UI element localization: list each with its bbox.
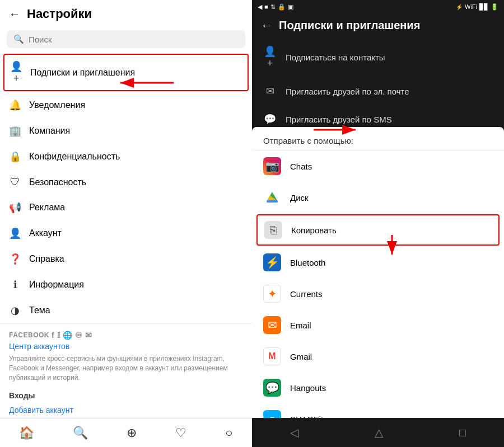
share-item-3[interactable]: ⚡ Bluetooth xyxy=(252,247,504,278)
share-item-2[interactable]: ⎘ Копировать xyxy=(256,214,500,246)
nav-search-icon[interactable]: 🔍 xyxy=(73,426,88,440)
left-top-bar: ← Настройки xyxy=(0,0,252,28)
menu-label-9: Тема xyxy=(29,305,50,316)
facebook-label: FACEBOOK f 𝕀 🌐 ♾ ✉ xyxy=(9,331,243,340)
right-panel: ◀ ■ ⇅ 🔒 ▣ ⚡ WiFi ▊▊ 🔋 ← Подписки и пригл… xyxy=(252,0,504,447)
left-menu-item-4[interactable]: 🛡 Безопасность xyxy=(0,170,252,195)
svg-rect-5 xyxy=(267,200,278,203)
left-menu-item-0[interactable]: 👤+ Подписки и приглашения xyxy=(3,54,249,91)
right-menu-item-0[interactable]: 👤+ Подписаться на контакты xyxy=(252,37,504,77)
menu-icon-3: 🔒 xyxy=(9,150,21,163)
right-icon-1: ✉ xyxy=(263,85,277,97)
facebook-icons: f 𝕀 🌐 ♾ ✉ xyxy=(52,331,92,340)
share-app-label-2: Копировать xyxy=(291,225,337,235)
menu-label-6: Аккаунт xyxy=(29,228,62,238)
nav-add-icon[interactable]: ⊕ xyxy=(127,426,137,440)
left-menu-item-5[interactable]: 📢 Реклама xyxy=(0,195,252,220)
search-input[interactable] xyxy=(29,35,239,44)
menu-label-1: Уведомления xyxy=(29,100,85,110)
menu-label-2: Компания xyxy=(29,126,70,136)
left-panel: ← Настройки 🔍 👤+ Подписки и приглашения … xyxy=(0,0,252,447)
share-app-icon-1 xyxy=(263,189,281,206)
logins-section-label: Входы xyxy=(0,384,252,402)
share-popup: Отправить с помощью: 📷 Chats Диск ⎘ Копи… xyxy=(252,127,504,418)
share-popup-title: Отправить с помощью: xyxy=(252,127,504,150)
menu-icon-7: ❓ xyxy=(9,253,21,265)
nav-home-icon[interactable]: 🏠 xyxy=(19,426,34,440)
status-left: ◀ ■ ⇅ 🔒 ▣ xyxy=(258,3,293,11)
wifi-icon: WiFi xyxy=(465,3,477,10)
share-app-icon-0: 📷 xyxy=(263,157,281,175)
back-button[interactable]: ← xyxy=(9,8,20,21)
left-menu-item-2[interactable]: 🏢 Компания xyxy=(0,118,252,144)
menu-icon-4: 🛡 xyxy=(9,176,21,188)
nav-profile-icon[interactable]: ○ xyxy=(225,426,232,440)
right-icon-2: 💬 xyxy=(263,113,277,125)
left-menu-item-7[interactable]: ❓ Справка xyxy=(0,246,252,272)
nav-back-icon[interactable]: ◁ xyxy=(290,426,298,439)
left-menu-item-8[interactable]: ℹ Информация xyxy=(0,272,252,298)
share-app-label-0: Chats xyxy=(290,162,312,171)
share-item-1[interactable]: Диск xyxy=(252,182,504,213)
share-item-8[interactable]: S SHAREit xyxy=(252,403,504,418)
left-page-title: Настройки xyxy=(27,7,92,21)
menu-label-4: Безопасность xyxy=(29,177,86,187)
battery-icon: 🔋 xyxy=(491,3,498,11)
right-page-title: Подписки и приглашения xyxy=(279,19,420,32)
facebook-section: FACEBOOK f 𝕀 🌐 ♾ ✉ Центр аккаунтов Управ… xyxy=(0,323,252,384)
share-app-label-1: Диск xyxy=(290,193,309,203)
share-app-label-5: Email xyxy=(290,321,311,330)
share-item-4[interactable]: ✦ Currents xyxy=(252,278,504,309)
right-bottom-nav: ◁ △ □ xyxy=(252,418,504,447)
share-item-6[interactable]: M Gmail xyxy=(252,341,504,372)
right-label-0: Подписаться на контакты xyxy=(286,53,385,62)
nav-heart-icon[interactable]: ♡ xyxy=(175,426,186,440)
menu-label-0: Подписки и приглашения xyxy=(30,68,135,78)
nav-home-icon[interactable]: △ xyxy=(375,426,383,439)
facebook-accounts-link[interactable]: Центр аккаунтов xyxy=(9,342,243,351)
data-icon: ⇅ xyxy=(270,3,276,11)
menu-icon-2: 🏢 xyxy=(9,125,21,137)
share-app-label-6: Gmail xyxy=(290,352,312,361)
nav-recent-icon[interactable]: □ xyxy=(459,426,466,439)
menu-icon-9: ◑ xyxy=(9,304,21,317)
menu-label-8: Информация xyxy=(29,280,84,290)
share-app-icon-3: ⚡ xyxy=(263,253,281,271)
share-app-icon-5: ✉ xyxy=(263,316,281,334)
search-bar[interactable]: 🔍 xyxy=(7,30,245,48)
menu-icon-6: 👤 xyxy=(9,227,21,239)
add-account-link[interactable]: Добавить аккаунт xyxy=(0,402,252,418)
share-app-icon-2: ⎘ xyxy=(264,221,282,239)
share-item-0[interactable]: 📷 Chats xyxy=(252,150,504,182)
left-bottom-nav: 🏠 🔍 ⊕ ♡ ○ xyxy=(0,418,252,447)
share-app-label-4: Currents xyxy=(290,289,323,299)
menu-icon-8: ℹ xyxy=(9,279,21,291)
left-menu-item-3[interactable]: 🔒 Конфиденциальность xyxy=(0,144,252,170)
share-app-icon-4: ✦ xyxy=(263,285,281,303)
left-menu-item-1[interactable]: 🔔 Уведомления xyxy=(0,92,252,118)
share-app-icon-6: M xyxy=(263,347,281,365)
share-item-5[interactable]: ✉ Email xyxy=(252,309,504,341)
share-app-icon-7: 💬 xyxy=(263,379,281,397)
right-back-button[interactable]: ← xyxy=(261,19,272,32)
menu-label-3: Конфиденциальность xyxy=(29,152,120,162)
right-menu-item-1[interactable]: ✉ Пригласить друзей по эл. почте xyxy=(252,77,504,105)
share-app-label-8: SHAREit xyxy=(290,415,323,418)
sim-icon: ■ xyxy=(264,3,268,10)
left-menu-item-6[interactable]: 👤 Аккаунт xyxy=(0,220,252,246)
status-bar: ◀ ■ ⇅ 🔒 ▣ ⚡ WiFi ▊▊ 🔋 xyxy=(252,0,504,13)
share-app-label-3: Bluetooth xyxy=(290,258,325,267)
menu-label-7: Справка xyxy=(29,254,64,264)
right-top-bar: ← Подписки и приглашения xyxy=(252,13,504,37)
signal-icon: ◀ xyxy=(258,3,262,11)
left-menu: 👤+ Подписки и приглашения 🔔 Уведомления … xyxy=(0,53,252,418)
share-item-7[interactable]: 💬 Hangouts xyxy=(252,372,504,403)
left-menu-item-9[interactable]: ◑ Тема xyxy=(0,298,252,323)
menu-icon-1: 🔔 xyxy=(9,99,21,111)
signal-bars-icon: ▊▊ xyxy=(479,3,488,11)
right-label-2: Пригласить друзей по SMS xyxy=(286,115,392,124)
status-right: ⚡ WiFi ▊▊ 🔋 xyxy=(456,3,498,11)
facebook-desc: Управляйте кросс-сервисными функциями в … xyxy=(9,354,243,382)
share-app-label-7: Hangouts xyxy=(290,383,326,393)
menu-label-5: Реклама xyxy=(29,203,65,213)
